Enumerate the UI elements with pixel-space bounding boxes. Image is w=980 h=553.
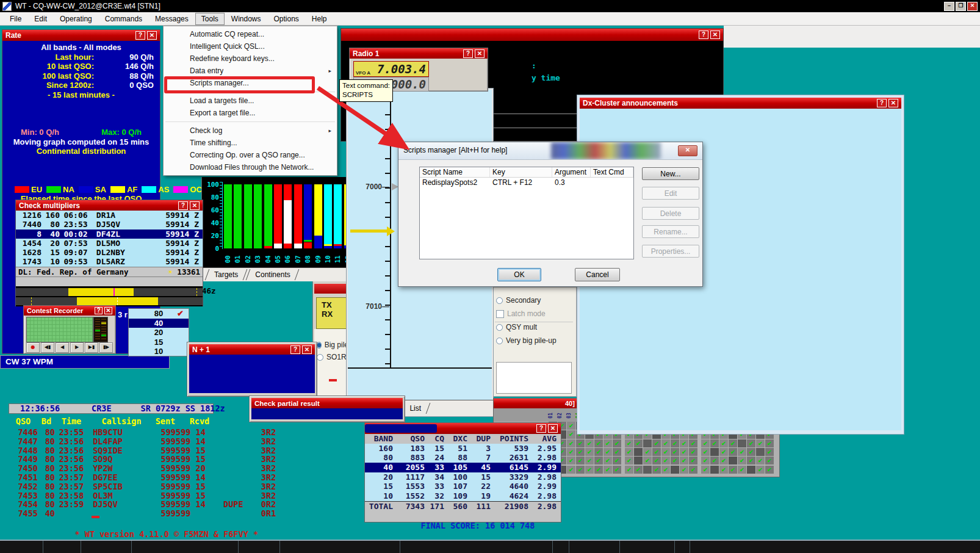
checkbox-icon[interactable] <box>496 310 504 318</box>
dx-close-button[interactable]: ✕ <box>888 99 898 107</box>
mult-help-button[interactable]: ? <box>178 201 188 210</box>
score-titlebar[interactable]: ? ✕ <box>365 423 561 434</box>
radio-icon[interactable] <box>496 324 503 331</box>
tab-list[interactable]: List <box>401 403 430 414</box>
menubar-item-help[interactable]: Help <box>306 13 333 25</box>
multiplier-row[interactable]: 16281509:07 DL2NBY59914 Z <box>16 248 203 257</box>
rate-help-button[interactable]: ? <box>135 31 145 40</box>
secondary-entry-value[interactable]: 20 <box>320 369 347 388</box>
log-row[interactable]: 74468023:55 HB9CTU599599 143R2 <box>9 428 284 437</box>
menubar-item-file[interactable]: File <box>4 13 27 25</box>
stats-row[interactable]: 201117341001533292.98 <box>365 472 561 482</box>
step-back-button[interactable]: ◀▮ <box>41 342 54 353</box>
dx-monitor-titlebar[interactable]: ? ✕ <box>341 29 723 41</box>
scripts-manager-titlebar[interactable]: Scripts manager [Alt+H for help] ✕ <box>398 142 702 160</box>
script-row[interactable]: RedisplaySpots2CTRL + F120.3 <box>420 178 633 188</box>
radio-so1r[interactable]: SO1R <box>317 351 347 363</box>
menubar-item-commands[interactable]: Commands <box>99 13 148 25</box>
stats-row[interactable]: 151553331072246402.99 <box>365 482 561 491</box>
menu-item-intelligent-quick-qsl-[interactable]: Intelligent Quick QSL... <box>164 40 337 52</box>
log-row[interactable]: 74478023:56 DL4FAP599599 143R2 <box>9 437 284 446</box>
log-row[interactable]: 74508023:56 YP2W599599 203R2 <box>9 464 284 473</box>
rate-close-button[interactable]: ✕ <box>147 31 157 40</box>
stats-row[interactable]: 101552321091946242.98 <box>365 491 561 501</box>
recorder-close-button[interactable]: ✕ <box>104 307 112 314</box>
menubar-item-operating[interactable]: Operating <box>54 13 98 25</box>
fast-forward-button[interactable]: ▮▶ <box>99 342 113 353</box>
options-value-box[interactable] <box>496 362 572 394</box>
scripts-column-header[interactable]: Text Cmd <box>591 167 633 177</box>
mult-close-button[interactable]: ✕ <box>190 201 200 210</box>
stats-row[interactable]: 402055331054561452.99 <box>365 463 561 472</box>
band-option-40[interactable]: 40 <box>129 319 189 328</box>
taskbar[interactable] <box>0 540 980 553</box>
minimize-button[interactable]: – <box>944 2 954 11</box>
cancel-button[interactable]: Cancel <box>575 268 620 281</box>
menu-item-download-files-through-the-network-[interactable]: Download Files through the Network... <box>164 161 337 173</box>
tab-continents[interactable]: Continents <box>247 269 298 280</box>
stats-row[interactable]: BANDQSOCQDXCDUPPOINTSAVG <box>365 434 561 444</box>
tab-targets[interactable]: Targets <box>206 269 247 280</box>
log-row[interactable]: 74538023:58 OL3M599599 153R2 <box>9 491 284 501</box>
option-latch-mode[interactable]: Latch mode <box>496 307 575 320</box>
scripts-column-header[interactable]: Argument <box>552 167 591 177</box>
dialog-button-new[interactable]: New... <box>642 167 699 180</box>
band-option-80[interactable]: 80✔ <box>129 309 189 319</box>
play-button[interactable]: ▶ <box>70 342 84 353</box>
band-option-15[interactable]: 15 <box>129 338 189 347</box>
score-help-button[interactable]: ? <box>536 424 546 433</box>
menu-item-automatic-cq-repeat-[interactable]: Automatic CQ repeat... <box>164 28 337 40</box>
n1-close-button[interactable]: ✕ <box>302 345 312 354</box>
multiplier-row[interactable]: 84000:02 DF4ZL59914 Z <box>16 230 203 239</box>
recorder-help-button[interactable]: ? <box>95 307 103 314</box>
dx-cluster-titlebar[interactable]: Dx-Cluster announcements ? ✕ <box>580 98 901 109</box>
log-row[interactable]: 74498023:56 SO9Q599599 153R2 <box>9 455 284 464</box>
dialog-button-edit[interactable]: Edit <box>642 187 699 200</box>
log-row[interactable]: 74488023:56 SQ9IDE599599 153R2 <box>9 446 284 455</box>
log-entry-cursor[interactable] <box>92 516 99 518</box>
log-row[interactable]: 74548023:59 DJ5QV599599 14DUPE0R2 <box>9 500 284 509</box>
ok-button[interactable]: OK <box>497 268 541 281</box>
stats-row[interactable]: 808832488726312.98 <box>365 453 561 463</box>
radio-icon[interactable] <box>317 354 323 361</box>
log-row[interactable]: 7455405995990R1 <box>9 509 284 518</box>
multiplier-row[interactable]: 121616006:06 DR1A59914 Z <box>16 211 203 220</box>
option-very-big-pile-up[interactable]: Very big pile-up <box>496 334 575 347</box>
menubar-item-messages[interactable]: Messages <box>149 13 195 25</box>
rate-titlebar[interactable]: Rate ? ✕ <box>2 30 160 41</box>
band-option-10[interactable]: 10 <box>129 347 189 356</box>
maximize-button[interactable]: ❐ <box>956 2 966 11</box>
contest-recorder-titlebar[interactable]: Contest Recorder ? ✕ <box>24 306 115 316</box>
stats-row[interactable]: TOTAL7343171560111219082.98 <box>365 501 561 511</box>
multiplier-row[interactable]: 17431009:53 DL5ARZ59914 Z <box>16 257 203 266</box>
scripts-table[interactable]: Script NameKeyArgumentText CmdRedisplayS… <box>419 167 634 259</box>
dialog-button-rename[interactable]: Rename... <box>642 225 699 238</box>
multiplier-row[interactable]: 74408023:53 DJ5QV59914 Z <box>16 220 203 229</box>
radio-icon[interactable] <box>317 342 322 349</box>
scripts-column-header[interactable]: Key <box>490 167 552 177</box>
multiplier-row[interactable]: 14542007:53 DL5MO59914 Z <box>16 239 203 248</box>
close-button[interactable]: ✕ <box>967 2 978 11</box>
check-multipliers-titlebar[interactable]: Check multipliers ? ✕ <box>16 200 203 211</box>
bandmap-frequency-label[interactable]: 7010— <box>356 302 389 311</box>
radio-big-pile[interactable]: Big pile <box>317 339 347 351</box>
bandmap-frequency-label[interactable]: 7000— <box>356 183 389 191</box>
option-qsy-mult[interactable]: QSY mult <box>496 320 575 334</box>
radio1-titlebar[interactable]: Radio 1 ? ✕ <box>350 48 488 59</box>
record-button[interactable]: ● <box>26 342 40 353</box>
radio-icon[interactable] <box>496 338 503 344</box>
radio1-help-button[interactable]: ? <box>463 49 473 58</box>
scripts-column-header[interactable]: Script Name <box>420 167 490 177</box>
radio-icon[interactable] <box>496 297 503 304</box>
menubar-item-edit[interactable]: Edit <box>28 13 53 25</box>
check-partial-titlebar[interactable]: Check partial result <box>251 398 403 408</box>
n-plus-1-titlebar[interactable]: N + 1 ? ✕ <box>189 344 315 355</box>
score-close-button[interactable]: ✕ <box>548 424 558 433</box>
monitor-help-button[interactable]: ? <box>699 31 708 39</box>
dx-help-button[interactable]: ? <box>877 99 887 107</box>
monitor-close-button[interactable]: ✕ <box>710 31 720 39</box>
n1-help-button[interactable]: ? <box>290 345 300 354</box>
log-row[interactable]: 74528023:57 SP5CIB599599 153R2 <box>9 482 284 491</box>
menubar-item-options[interactable]: Options <box>268 13 305 25</box>
menu-item-redefine-keyboard-keys-[interactable]: Redefine keyboard keys... <box>164 52 337 65</box>
